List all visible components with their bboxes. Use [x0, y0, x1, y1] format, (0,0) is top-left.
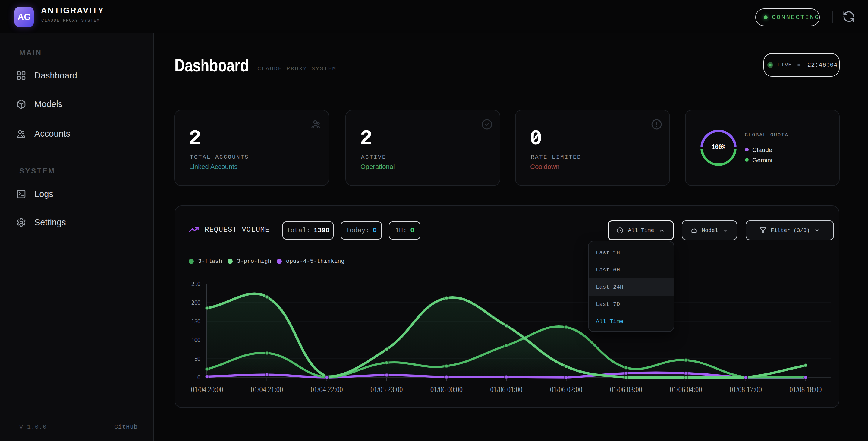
- svg-text:01/04 20:00: 01/04 20:00: [191, 385, 223, 394]
- svg-text:250: 250: [191, 281, 200, 287]
- svg-text:01/06 04:00: 01/06 04:00: [670, 385, 702, 394]
- svg-text:50: 50: [194, 355, 200, 362]
- svg-text:01/06 01:00: 01/06 01:00: [490, 385, 523, 394]
- svg-text:150: 150: [191, 318, 200, 325]
- svg-text:0: 0: [197, 374, 200, 381]
- svg-text:01/08 17:00: 01/08 17:00: [730, 385, 762, 394]
- svg-text:01/04 21:00: 01/04 21:00: [251, 385, 283, 394]
- svg-text:200: 200: [191, 299, 200, 306]
- svg-text:01/05 23:00: 01/05 23:00: [370, 385, 403, 394]
- svg-text:100: 100: [191, 336, 200, 343]
- svg-text:01/06 03:00: 01/06 03:00: [610, 385, 642, 394]
- svg-text:01/04 22:00: 01/04 22:00: [311, 385, 343, 394]
- svg-text:01/06 00:00: 01/06 00:00: [430, 385, 463, 394]
- svg-text:01/06 02:00: 01/06 02:00: [550, 385, 582, 394]
- svg-text:01/08 18:00: 01/08 18:00: [789, 385, 822, 394]
